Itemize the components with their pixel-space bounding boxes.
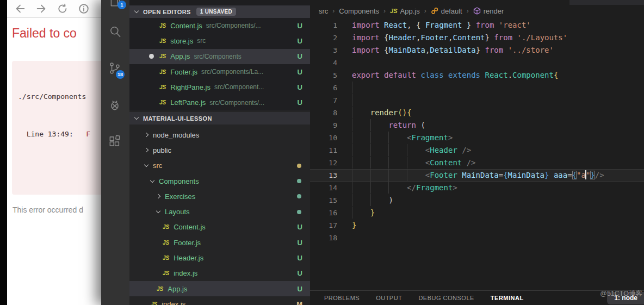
panel-tab-debug-console[interactable]: DEBUG CONSOLE (418, 295, 474, 301)
breadcrumb-item[interactable]: Components (339, 7, 379, 15)
git-status-badge: U (298, 239, 302, 247)
panel-tab-terminal[interactable]: TERMINAL (491, 295, 524, 301)
line-content: <Fragment> (352, 132, 453, 144)
browser-info-icon[interactable] (77, 2, 90, 15)
code-line[interactable]: 13<Footer MainData={MainData} aaa={"a"}/… (310, 169, 644, 182)
breadcrumb-separator: › (383, 7, 386, 15)
code-token: < (425, 171, 430, 179)
code-line[interactable]: 8render(){ (310, 107, 644, 119)
code-token: Header (388, 33, 416, 42)
code-line[interactable]: 1import React, { Fragment } from 'react' (310, 19, 644, 32)
breadcrumb-item[interactable]: default (431, 7, 462, 15)
tree-folder-components[interactable]: Components (129, 173, 310, 189)
code-token: { (503, 171, 507, 179)
code-line[interactable]: 5export default class extends React.Comp… (310, 69, 644, 82)
open-editor-item[interactable]: JSLeftPane.jssrc/Components/...U (129, 95, 310, 110)
panel-tab-problems[interactable]: PROBLEMS (324, 295, 360, 301)
open-editors-header[interactable]: OPEN EDITORS 1 UNSAVED (129, 5, 310, 18)
open-editor-item[interactable]: JSFooter.jssrc/Components/La...U (129, 64, 310, 79)
code-line[interactable]: 2import {Header,Footer,Content} from './… (310, 32, 644, 44)
tree-folder-layouts[interactable]: Layouts (129, 204, 310, 219)
file-name: index.js (162, 300, 185, 305)
file-path: src/Components/... (206, 22, 261, 29)
breadcrumb: src›Components›JSApp.js›default›render (319, 5, 504, 17)
file-name: App.js (170, 52, 190, 60)
code-editor[interactable]: 1import React, { Fragment } from 'react'… (310, 19, 644, 244)
line-number: 2 (310, 34, 337, 42)
git-change-dot (297, 210, 301, 214)
line-content: import {MainData,DetailData} from '../st… (352, 44, 554, 57)
code-token: class (420, 71, 448, 79)
editor-area: src›Components›JSApp.js›default›render 1… (310, 0, 644, 305)
indent-guide (370, 157, 389, 169)
code-token: aaa (554, 171, 567, 179)
folder-name: Components (159, 177, 199, 185)
extensions-icon[interactable] (108, 134, 122, 148)
code-line[interactable]: 11<Header /> (310, 144, 644, 157)
open-editor-item[interactable]: JSRightPane.jssrc/Component...U (129, 79, 310, 95)
code-token: MainData (388, 46, 425, 54)
indent-guide (407, 144, 425, 156)
line-content (352, 82, 370, 94)
tree-folder-public[interactable]: public (129, 142, 310, 158)
code-line[interactable]: 6 (310, 82, 644, 94)
search-icon[interactable] (108, 25, 122, 39)
tree-folder-exercises[interactable]: Exercises (129, 189, 310, 204)
breadcrumb-separator: › (424, 7, 426, 15)
code-line[interactable]: 4 (310, 57, 644, 69)
code-line[interactable]: 14</Fragment> (310, 182, 644, 194)
line-number: 10 (310, 134, 337, 142)
debug-icon[interactable] (108, 98, 122, 112)
browser-back-icon[interactable] (14, 2, 27, 15)
tree-file-header-js[interactable]: JSHeader.jsU (129, 250, 310, 265)
open-editor-item[interactable]: JSContent.jssrc/Components/...U (129, 18, 310, 33)
code-token: return (388, 121, 420, 129)
tree-file-app-js[interactable]: JSApp.jsU (129, 281, 310, 296)
explorer-section-header[interactable]: MATERIAL-UI-LESSON (129, 112, 310, 125)
tree-file-index-js[interactable]: JSindex.jsM (129, 296, 310, 305)
unsaved-dot-icon (149, 54, 154, 59)
code-line[interactable]: 15) (310, 194, 644, 207)
code-line[interactable]: 12<Content /> (310, 157, 644, 169)
file-path: src (197, 37, 206, 45)
file-name: Content.js (170, 22, 202, 30)
open-editor-item[interactable]: JSApp.jssrc/ComponentsU (129, 49, 310, 64)
code-line[interactable]: 16} (310, 207, 644, 219)
sidebar: OPEN EDITORS 1 UNSAVED JSContent.jssrc/C… (129, 0, 310, 305)
browser-refresh-icon[interactable] (56, 2, 69, 15)
git-status-badge: U (298, 52, 302, 60)
tree-folder-src[interactable]: src (129, 158, 310, 173)
bottom-panel: PROBLEMSOUTPUTDEBUG CONSOLETERMINAL 1: n… (310, 290, 644, 305)
code-line[interactable]: 7 (310, 94, 644, 107)
file-name: index.js (174, 269, 197, 277)
indent-guide (370, 144, 389, 156)
tree-folder-node-modules[interactable]: node_modules (129, 127, 310, 142)
code-line[interactable]: 9return ( (310, 119, 644, 132)
tree-file-content-js[interactable]: JSContent.jsU (129, 220, 310, 235)
code-line[interactable]: 3import {MainData,DetailData} from '../s… (310, 44, 644, 57)
code-line[interactable]: 10<Fragment> (310, 132, 644, 144)
code-token: { (554, 71, 558, 79)
browser-forward-icon[interactable] (35, 2, 48, 15)
js-file-icon: JS (159, 38, 166, 44)
breadcrumb-item[interactable]: JSApp.js (390, 7, 420, 15)
code-line[interactable]: 17} (310, 219, 644, 232)
tree-file-index-js[interactable]: JSindex.jsU (129, 266, 310, 281)
breadcrumb-item[interactable]: render (473, 7, 504, 15)
indent-guide (352, 194, 370, 206)
explorer-badge: 1 (117, 1, 126, 9)
chevron-down-icon (134, 115, 139, 120)
code-line[interactable]: 18 (310, 232, 644, 244)
file-name: LeftPane.js (170, 98, 206, 107)
folder-name: src (153, 161, 162, 170)
panel-tabs: PROBLEMSOUTPUTDEBUG CONSOLETERMINAL (324, 295, 540, 301)
open-editor-item[interactable]: JSstore.jssrcU (129, 33, 310, 48)
class-symbol-icon (431, 7, 438, 15)
breadcrumb-label: render (484, 7, 504, 15)
breadcrumb-item[interactable]: src (319, 7, 328, 15)
panel-tab-output[interactable]: OUTPUT (376, 295, 402, 301)
js-icon: JS (390, 8, 397, 14)
code-token: Fragment (416, 183, 453, 192)
tree-file-footer-js[interactable]: JSFooter.jsU (129, 235, 310, 250)
sidebar-top-strip (129, 0, 310, 5)
